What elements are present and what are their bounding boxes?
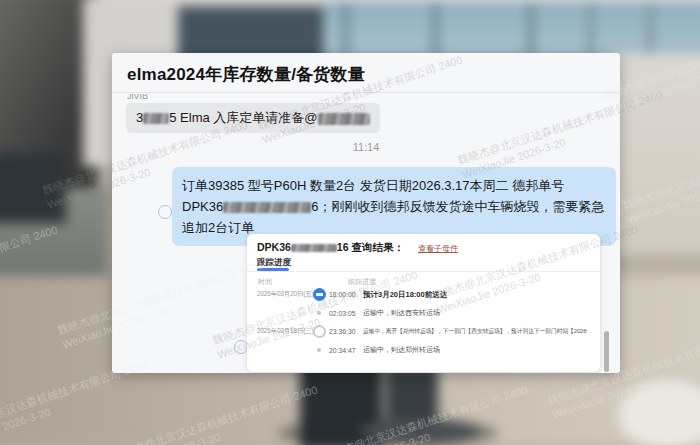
row-progress-text: 预计3月20日18:00前送达 — [363, 290, 447, 300]
tracking-row: 02:03:05运输中，到达西安转运场 — [247, 308, 587, 318]
waybill-header: DPK3616 查询结果：查看子母件 — [257, 241, 458, 255]
card-select-checkbox[interactable] — [234, 340, 248, 354]
row-date: 2026年03月20日(五) — [247, 290, 309, 299]
screenshot-root: { "window": { "title": "elma2024年库存数量/备货… — [0, 0, 700, 445]
redacted-mention — [318, 113, 370, 125]
redacted-text — [143, 113, 169, 124]
redacted-waybill-mid — [291, 244, 337, 252]
gray-message-text-2: 5 Elma 入库定单请准备@ — [169, 110, 317, 125]
row-date: 2026年03月18日(三) — [247, 327, 309, 336]
timeline-dot-icon — [317, 311, 321, 315]
window-mullion — [648, 2, 653, 58]
timeline-dot-icon — [317, 348, 321, 352]
chair-foot — [360, 418, 480, 444]
right-wall — [608, 54, 700, 254]
result-label: 查询结果： — [351, 241, 404, 253]
column-header-time: 时间 — [258, 277, 272, 287]
clipped-message-fragment: JiVIB — [127, 94, 148, 101]
window-glass — [323, 2, 700, 58]
row-time: 23:36:30 — [329, 328, 363, 335]
message-select-checkbox[interactable] — [158, 205, 172, 219]
scrollbar-thumb[interactable] — [604, 331, 609, 372]
window-mullion — [528, 2, 534, 58]
tracking-row: 2026年03月18日(三)23:36:30运输中，离开【郑州转运场】，下一部门… — [247, 325, 587, 338]
message-timestamp: 11:14 — [112, 141, 620, 153]
row-time: 18:00:00 — [329, 291, 363, 298]
chat-title: elma2024年库存数量/备货数量 — [127, 63, 365, 86]
timeline-ring-icon — [313, 325, 326, 338]
chat-screenshot-panel: elma2024年库存数量/备货数量 JiVIB 35 Elma 入库定单请准备… — [112, 53, 620, 373]
tracking-row: 20:34:47运输中，到达郑州转运场 — [247, 345, 587, 355]
window-mullion — [588, 2, 593, 58]
row-progress-text: 运输中，离开【郑州转运场】，下一部门【西安转运场】，预计到达下一部门时间【202… — [363, 327, 587, 336]
card-divider — [247, 271, 600, 272]
title-divider — [112, 92, 620, 93]
tracking-result-card[interactable]: DPK3616 查询结果：查看子母件 跟踪进度 时间 跟踪进度 2026年03月… — [247, 234, 600, 372]
tracking-row: 2026年03月20日(五)18:00:00预计3月20日18:00前送达 — [247, 288, 587, 301]
truck-status-icon — [313, 288, 326, 301]
window-mullion — [343, 2, 348, 58]
view-subpackages-link[interactable]: 查看子母件 — [418, 244, 458, 253]
row-progress-text: 运输中，到达郑州转运场 — [363, 345, 440, 355]
gray-message-text-1: 3 — [136, 110, 143, 125]
waybill-suffix: 16 — [337, 241, 349, 253]
tracking-rows: 2026年03月20日(五)18:00:00预计3月20日18:00前送达02:… — [247, 288, 587, 362]
monitor-silhouette — [0, 153, 66, 223]
message-bubble-gray[interactable]: 35 Elma 入库定单请准备@ — [126, 103, 380, 133]
row-time: 20:34:47 — [329, 347, 363, 354]
row-progress-text: 运输中，到达西安转运场 — [363, 308, 440, 318]
redacted-waybill-digits — [223, 202, 311, 213]
column-header-progress: 跟踪进度 — [348, 277, 376, 287]
window-mullion — [433, 2, 438, 58]
waybill-prefix: DPK36 — [257, 241, 291, 253]
row-time: 02:03:05 — [329, 310, 363, 317]
